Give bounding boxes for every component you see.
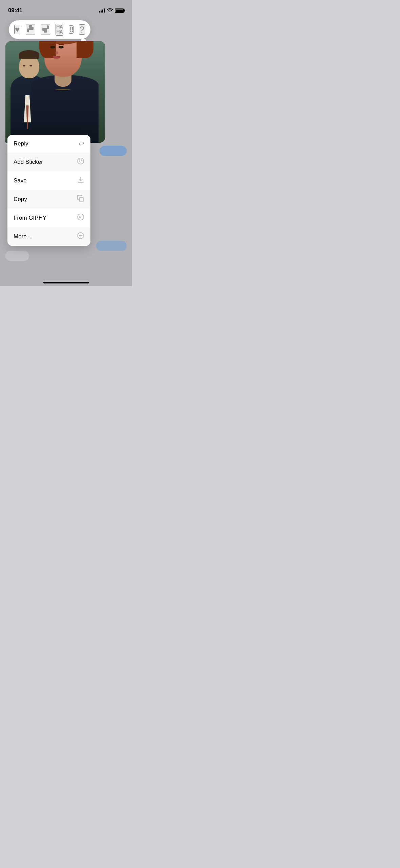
svg-point-1	[79, 160, 80, 160]
svg-point-0	[78, 158, 84, 164]
svg-point-6	[80, 235, 81, 236]
menu-item-add-sticker[interactable]: Add Sticker	[7, 153, 90, 171]
reaction-bar: ♥ HAHA !! ?	[9, 20, 90, 39]
bg-bubble-right	[100, 146, 127, 156]
menu-item-save[interactable]: Save	[7, 171, 90, 190]
menu-item-reply[interactable]: Reply ↩	[7, 135, 90, 153]
more-icon	[77, 232, 84, 241]
bg-bubble-right2	[96, 241, 127, 251]
menu-more-label: More...	[14, 233, 31, 240]
reaction-exclaim-button[interactable]: !!	[69, 25, 73, 34]
svg-rect-2	[80, 197, 83, 202]
menu-save-label: Save	[14, 177, 27, 184]
message-area: ♥ HAHA !! ?	[0, 20, 132, 143]
gif-image	[5, 41, 105, 143]
reply-icon: ↩	[79, 140, 84, 148]
home-indicator[interactable]	[43, 282, 89, 283]
copy-icon	[77, 195, 84, 204]
save-icon	[77, 176, 84, 185]
reaction-heart-button[interactable]: ♥	[14, 25, 20, 34]
reaction-thumbsup-button[interactable]	[26, 24, 35, 35]
context-menu: Reply ↩ Add Sticker Save Copy	[7, 135, 90, 246]
menu-add-sticker-label: Add Sticker	[14, 159, 43, 165]
reaction-question-button[interactable]: ?	[79, 24, 85, 35]
menu-item-from-giphy[interactable]: From GIPHY	[7, 209, 90, 227]
svg-point-7	[82, 235, 82, 236]
from-giphy-icon	[77, 213, 84, 222]
menu-item-copy[interactable]: Copy	[7, 190, 90, 209]
gif-message-bubble	[5, 41, 105, 143]
svg-point-5	[79, 235, 80, 236]
bg-bubble-left2	[5, 251, 29, 261]
menu-item-more[interactable]: More...	[7, 227, 90, 246]
add-sticker-icon	[77, 157, 84, 166]
menu-from-giphy-label: From GIPHY	[14, 215, 46, 221]
menu-copy-label: Copy	[14, 196, 27, 203]
reaction-haha-button[interactable]: HAHA	[56, 24, 63, 36]
menu-reply-label: Reply	[14, 140, 28, 147]
reaction-thumbsdown-button[interactable]	[41, 24, 50, 35]
